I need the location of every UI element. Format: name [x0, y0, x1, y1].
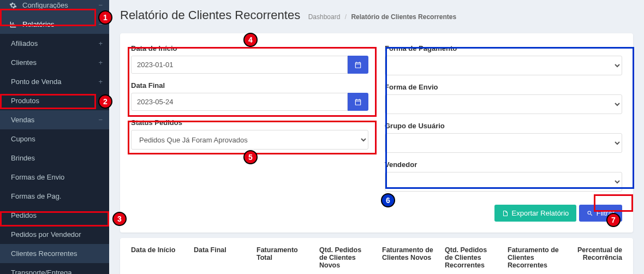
export-button-label: Exportar Relatório [512, 209, 569, 217]
sidebar-item-produtos[interactable]: Produtos + [0, 91, 109, 110]
main-content: Relatório de Clientes Recorrentes Dashbo… [109, 0, 644, 274]
sidebar-item-afiliados[interactable]: Afiliados + [0, 34, 109, 53]
forma-envio-label: Forma de Envio [385, 83, 622, 91]
sidebar-item-configuracoes[interactable]: Configurações − [0, 0, 109, 15]
forma-pagamento-label: Forma de Pagamento [385, 44, 622, 52]
sidebar-item-clientes-recorrentes[interactable]: Clientes Recorrentes [0, 244, 109, 263]
vendedor-select[interactable] [385, 172, 622, 192]
collapse-icon: − [98, 116, 103, 123]
collapse-icon: − [98, 2, 103, 9]
breadcrumb-dashboard[interactable]: Dashboard [308, 13, 341, 21]
sidebar-item-label: Vendas [11, 116, 34, 124]
table-col: Percentual de Recorrência [570, 246, 622, 269]
sidebar-item-label: Afiliados [11, 39, 38, 47]
sidebar-item-brindes[interactable]: Brindes [0, 148, 109, 168]
annotation-marker-6: 6 [381, 193, 395, 207]
sidebar-item-label: Formas de Pag. [11, 192, 62, 200]
table-panel: Data de Início Data Final Faturamento To… [120, 238, 633, 274]
status-pedidos-label: Status Pedidos [131, 118, 368, 127]
grupo-usuario-select[interactable] [385, 133, 622, 153]
sidebar-item-cupons[interactable]: Cupons [0, 129, 109, 148]
page-header: Relatório de Clientes Recorrentes Dashbo… [109, 0, 644, 28]
vendedor-label: Vendedor [385, 160, 622, 169]
gear-icon [8, 2, 18, 9]
data-final-calendar-button[interactable] [348, 93, 368, 111]
sidebar-item-label: Configurações [22, 1, 68, 9]
sidebar-item-label: Transporte/Entrega [11, 269, 72, 274]
table-col: Data Final [194, 246, 246, 269]
page-title: Relatório de Clientes Recorrentes [120, 8, 300, 22]
plus-icon: + [98, 59, 103, 66]
filter-actions: Exportar Relatório Filtrar [131, 205, 622, 222]
sidebar-item-label: Formas de Envio [11, 173, 64, 181]
sidebar-item-relatorios[interactable]: Relatórios − [0, 15, 109, 34]
sidebar-item-label: Ponto de Venda [11, 78, 62, 86]
plus-icon: + [98, 78, 103, 85]
table-col: Qtd. Pedidos de Clientes Novos [319, 246, 371, 269]
sidebar-item-label: Clientes [11, 58, 37, 67]
sidebar: Configurações − Relatórios − Afiliados +… [0, 0, 109, 274]
table-col: Faturamento Total [257, 246, 308, 269]
sidebar-item-label: Cupons [11, 135, 35, 143]
forma-pagamento-select[interactable] [385, 56, 622, 75]
annotation-marker-2: 2 [98, 94, 112, 109]
sidebar-item-vendas[interactable]: Vendas − [0, 110, 109, 129]
grupo-usuario-label: Grupo de Usuário [385, 122, 622, 130]
breadcrumb: Dashboard / Relatório de Clientes Recorr… [308, 13, 456, 21]
filter-right-column: Forma de Pagamento Forma de Envio Grupo … [385, 44, 622, 199]
annotation-marker-7: 7 [606, 213, 621, 227]
table-col: Data de Início [131, 246, 183, 269]
breadcrumb-separator: / [345, 13, 347, 21]
sidebar-item-pedidos-vendedor[interactable]: Pedidos por Vendedor [0, 225, 109, 244]
data-inicio-calendar-button[interactable] [348, 56, 368, 74]
sidebar-item-pedidos[interactable]: Pedidos [0, 206, 109, 225]
breadcrumb-current: Relatório de Clientes Recorrentes [351, 13, 456, 21]
table-col: Qtd. Pedidos de Clientes Recorrentes [445, 246, 497, 269]
data-final-input[interactable] [131, 93, 348, 111]
bar-chart-icon [8, 21, 18, 28]
plus-icon: + [98, 40, 103, 47]
search-icon [587, 210, 593, 217]
annotation-marker-5: 5 [243, 150, 258, 164]
sidebar-item-label: Brindes [11, 154, 35, 162]
data-final-label: Data Final [131, 81, 368, 90]
annotation-marker-4: 4 [243, 33, 258, 47]
forma-envio-select[interactable] [385, 94, 622, 114]
sidebar-item-transporte[interactable]: Transporte/Entrega [0, 263, 109, 274]
sidebar-item-label: Relatórios [22, 20, 55, 28]
annotation-marker-3: 3 [112, 212, 127, 226]
table-col: Faturamento de Clientes Novos [382, 246, 434, 269]
calendar-icon [354, 61, 362, 69]
sidebar-item-formas-pag[interactable]: Formas de Pag. [0, 187, 109, 206]
sidebar-item-ponto-de-venda[interactable]: Ponto de Venda + [0, 72, 109, 91]
sidebar-item-label: Produtos [11, 97, 39, 105]
table-header: Data de Início Data Final Faturamento To… [131, 246, 622, 269]
sidebar-item-label: Clientes Recorrentes [11, 249, 77, 258]
sidebar-item-label: Pedidos [11, 211, 37, 219]
export-button[interactable]: Exportar Relatório [494, 205, 577, 222]
calendar-icon [354, 98, 362, 106]
table-col: Faturamento de Clientes Recorrentes [508, 246, 559, 269]
annotation-marker-1: 1 [98, 10, 112, 25]
filter-left-column: Data de Início Data Final [131, 44, 368, 199]
data-inicio-input[interactable] [131, 56, 348, 74]
sidebar-item-label: Pedidos por Vendedor [11, 230, 81, 239]
status-pedidos-select[interactable]: Pedidos Que Já Foram Aprovados [131, 130, 368, 150]
sidebar-item-formas-envio[interactable]: Formas de Envio [0, 168, 109, 187]
filter-panel: Data de Início Data Final [120, 33, 633, 233]
sidebar-item-clientes[interactable]: Clientes + [0, 53, 109, 72]
file-export-icon [502, 210, 509, 217]
